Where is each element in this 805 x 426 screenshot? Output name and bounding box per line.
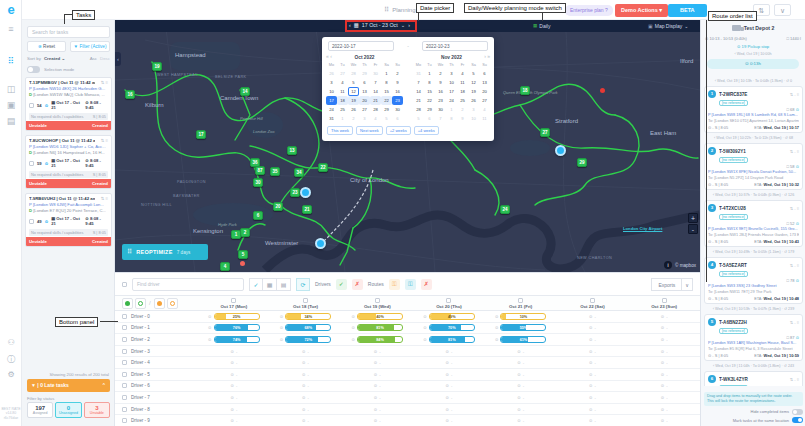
- drivers-nav-icon[interactable]: ◫: [0, 84, 22, 94]
- refresh-button[interactable]: ⟳: [296, 278, 310, 291]
- calendar-day[interactable]: 6: [424, 114, 435, 123]
- reset-button[interactable]: ⊗ Reset: [27, 41, 66, 52]
- calendar-day[interactable]: 1: [381, 69, 392, 78]
- calendar-day[interactable]: 2: [392, 69, 403, 78]
- schedule-cell[interactable]: ⊙-: [198, 418, 270, 423]
- sort-desc[interactable]: Desc: [100, 56, 110, 61]
- planning-mode-dropdown[interactable]: ▦ Daily: [533, 23, 550, 29]
- calendar-day[interactable]: 27: [479, 96, 490, 105]
- calendar-day[interactable]: 14: [370, 87, 381, 96]
- calendar-day[interactable]: 3: [359, 114, 370, 123]
- schedule-cell[interactable]: ⊙-: [485, 383, 557, 388]
- schedule-cell[interactable]: ⊙-: [413, 383, 485, 388]
- schedule-cell[interactable]: ⊙-: [628, 314, 700, 319]
- calendar-day[interactable]: 28: [348, 69, 359, 78]
- map-marker[interactable]: 30: [253, 178, 263, 187]
- stat-unviable[interactable]: 3Unviable: [84, 402, 110, 418]
- panel-collapse-button[interactable]: ∨: [774, 4, 791, 16]
- calendar-day[interactable]: 16: [435, 87, 446, 96]
- schedule-cell[interactable]: ⊙-: [341, 383, 413, 388]
- search-tasks-input[interactable]: Search for tasks: [27, 26, 110, 38]
- map-marker[interactable]: 20: [273, 202, 283, 211]
- exports-button[interactable]: Exports: [651, 278, 682, 291]
- schedule-cell[interactable]: ⊙-: [270, 407, 342, 412]
- driver-checkbox[interactable]: [122, 349, 127, 354]
- schedule-cell[interactable]: ⊙-: [198, 383, 270, 388]
- drivers-approve-icon[interactable]: ✓: [336, 279, 347, 290]
- calendar-day[interactable]: 24: [326, 105, 337, 114]
- route-order-card[interactable]: 4T-5A5EZART⇅ - ≡[no reference]□ 78 ⊙P [L…: [704, 257, 803, 304]
- schedule-cell[interactable]: ⊙-: [413, 418, 485, 423]
- calendar-day[interactable]: 29: [424, 105, 435, 114]
- schedule-cell[interactable]: ⊙40%: [341, 313, 413, 320]
- quick-range-button[interactable]: Next week: [356, 126, 383, 135]
- driver-checkbox[interactable]: [122, 325, 127, 330]
- schedule-cell[interactable]: ⊙-: [628, 395, 700, 400]
- calendar-day[interactable]: 8: [381, 78, 392, 87]
- late-tasks-bar[interactable]: ▼ | 0 Late tasks ⌃: [27, 379, 110, 392]
- drivers-reject-icon[interactable]: ✗: [352, 279, 363, 290]
- schedule-cell[interactable]: ⊙61%: [485, 336, 557, 343]
- list-nav-icon[interactable]: ▤: [0, 116, 22, 126]
- calendar-day[interactable]: 9: [435, 78, 446, 87]
- driver-row[interactable]: Driver - 4⊙-⊙-⊙-⊙-⊙-⊙-⊙-: [115, 357, 700, 369]
- schedule-cell[interactable]: ⊙-: [557, 314, 629, 319]
- demo-actions-button[interactable]: Demo Actions ▾: [615, 4, 668, 17]
- map-marker[interactable]: 16: [125, 90, 135, 99]
- calendar-day[interactable]: 26: [326, 69, 337, 78]
- day-column-header[interactable]: Oct 22 (Sat): [557, 296, 629, 310]
- driver-row[interactable]: Driver - 1⊙76%⊙68%⊙81%⊙70%⊙55%⊙-⊙-: [115, 323, 700, 335]
- schedule-cell[interactable]: ⊙-: [341, 418, 413, 423]
- driver-checkbox[interactable]: [122, 337, 127, 342]
- planning-nav-icon[interactable]: ⠿: [0, 56, 22, 66]
- date-to-input[interactable]: 2022-10-23: [422, 41, 488, 51]
- next-month-arrows[interactable]: › »: [484, 53, 490, 59]
- task-card-icons[interactable]: ⇅ ≡: [101, 80, 108, 85]
- schedule-cell[interactable]: ⊙-: [628, 349, 700, 354]
- driver-row[interactable]: Driver - 9⊙-⊙-⊙-⊙-⊙-⊙-⊙-: [115, 415, 700, 426]
- quick-range-button[interactable]: This week: [327, 126, 353, 135]
- driver-checkbox[interactable]: [122, 372, 127, 377]
- calendar-day[interactable]: 15: [381, 87, 392, 96]
- calendar-day[interactable]: 4: [457, 69, 468, 78]
- calendar-day[interactable]: 28: [413, 105, 424, 114]
- calendar-day[interactable]: 25: [457, 96, 468, 105]
- stat-unassigned[interactable]: 0Unassigned: [55, 402, 81, 418]
- schedule-cell[interactable]: ⊙-: [557, 360, 629, 365]
- driver-checkbox[interactable]: [122, 383, 127, 388]
- calendar-day[interactable]: 6: [392, 114, 403, 123]
- route-card-icons[interactable]: ⇅ - ≡: [790, 263, 799, 268]
- map-marker[interactable]: 14: [240, 87, 250, 96]
- calendar-day[interactable]: 3: [446, 69, 457, 78]
- driver-row[interactable]: Driver - 2⊙74%⊙72%⊙84%⊙81%⊙61%⊙-⊙-: [115, 334, 700, 346]
- driver-row[interactable]: Driver - 7⊙-⊙-⊙-⊙-⊙-⊙-⊙-: [115, 392, 700, 404]
- map-marker[interactable]: 5: [238, 250, 248, 259]
- calendar-day[interactable]: 5: [468, 69, 479, 78]
- calendar-day[interactable]: 16: [392, 87, 403, 96]
- beta-button[interactable]: BETA: [668, 4, 707, 17]
- help-icon[interactable]: ⓘ: [0, 354, 22, 365]
- calendar-day[interactable]: 8: [424, 78, 435, 87]
- calendar-day[interactable]: 26: [468, 96, 479, 105]
- driver-row[interactable]: Driver - 0⊙25%⊙34%⊙40%⊙49%⊙10%⊙-⊙-: [115, 311, 700, 323]
- driver-row[interactable]: Driver - 6⊙-⊙-⊙-⊙-⊙-⊙-⊙-: [115, 381, 700, 393]
- calendar-day[interactable]: 25: [337, 105, 348, 114]
- team-icon[interactable]: ⚇: [0, 338, 22, 347]
- calendar-day[interactable]: 18: [457, 87, 468, 96]
- sort-value-dropdown[interactable]: Created ⌄: [44, 56, 65, 61]
- calendar-day[interactable]: 27: [359, 105, 370, 114]
- calendar-day[interactable]: 4: [337, 78, 348, 87]
- compact-view-button[interactable]: ▤: [277, 278, 291, 291]
- schedule-cell[interactable]: ⊙-: [413, 349, 485, 354]
- schedule-cell[interactable]: ⊙68%: [270, 324, 342, 331]
- task-card[interactable]: T-13PMMBGV | Oct 11 @ 11:42 am⇅ ≡P [Lond…: [25, 77, 112, 131]
- day-checkbox[interactable]: [303, 298, 308, 303]
- task-card[interactable]: T-9RB6VUH2 | Oct 11 @ 11:42 am⇅ ≡P [Lond…: [25, 193, 112, 247]
- calendar-day[interactable]: 18: [337, 96, 348, 105]
- task-card[interactable]: T-8UCWOHOP | Oct 11 @ 11:42 am⇅ ≡P [Lond…: [25, 135, 112, 189]
- schedule-cell[interactable]: ⊙-: [413, 360, 485, 365]
- toggle-switch[interactable]: [792, 417, 803, 423]
- map-marker[interactable]: 1: [231, 230, 241, 239]
- select-all-checkbox[interactable]: [122, 282, 127, 287]
- calendar-day[interactable]: 8: [446, 114, 457, 123]
